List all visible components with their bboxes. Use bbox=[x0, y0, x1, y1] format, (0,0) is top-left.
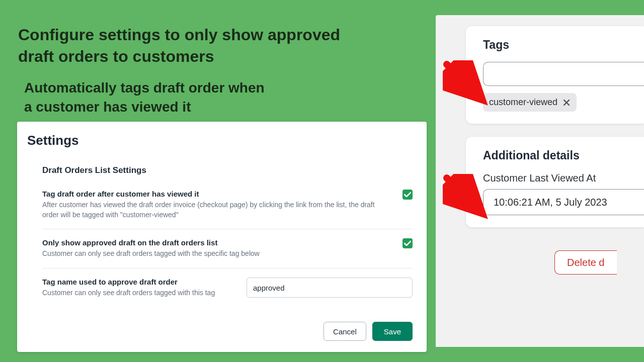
check-icon bbox=[404, 240, 411, 246]
tag-name-input[interactable]: approved bbox=[247, 278, 413, 298]
settings-buttons: Cancel Save bbox=[27, 322, 413, 341]
cancel-button[interactable]: Cancel bbox=[324, 322, 366, 341]
setting-tag-name: Tag name used to approve draft order Cus… bbox=[42, 278, 413, 307]
last-viewed-value: 10:06:21 AM, 5 July 2023 bbox=[494, 197, 607, 208]
setting-label: Tag draft order after customer has viewe… bbox=[42, 190, 389, 198]
close-icon[interactable] bbox=[562, 99, 571, 107]
tags-panel: Tags customer-viewed bbox=[466, 26, 644, 124]
setting-help: After customer has viewed the draft orde… bbox=[42, 200, 389, 220]
tag-chip-customer-viewed[interactable]: customer-viewed bbox=[483, 93, 577, 112]
settings-title: Settings bbox=[27, 133, 413, 148]
tags-input[interactable] bbox=[483, 62, 644, 86]
checkbox-tag-after-view[interactable] bbox=[403, 190, 413, 200]
chip-label: customer-viewed bbox=[489, 97, 557, 108]
tags-title: Tags bbox=[483, 38, 644, 52]
subhead-line1: Automatically tags draft order when bbox=[24, 80, 265, 96]
settings-card: Settings Draft Orders List Settings Tag … bbox=[17, 122, 427, 352]
headline-line1: Configure settings to only show approved bbox=[18, 26, 340, 44]
delete-button[interactable]: Delete d bbox=[554, 250, 617, 275]
headline-line2: draft orders to customers bbox=[18, 47, 214, 65]
subhead-line2: a customer has viewed it bbox=[24, 99, 191, 115]
details-title: Additional details bbox=[483, 149, 644, 162]
check-icon bbox=[404, 192, 411, 198]
tag-name-value: approved bbox=[253, 284, 285, 292]
last-viewed-field[interactable]: 10:06:21 AM, 5 July 2023 bbox=[483, 189, 644, 215]
setting-help: Customer can only see draft orders tagge… bbox=[42, 288, 233, 298]
checkbox-only-approved[interactable] bbox=[403, 238, 413, 248]
subhead: Automatically tags draft order when a cu… bbox=[24, 78, 265, 117]
right-column: Tags customer-viewed Additional details … bbox=[436, 15, 644, 347]
setting-only-approved: Only show approved draft on the draft or… bbox=[42, 238, 413, 268]
setting-tag-after-view: Tag draft order after customer has viewe… bbox=[42, 190, 413, 229]
setting-help: Customer can only see draft orders tagge… bbox=[42, 249, 389, 259]
section-title: Draft Orders List Settings bbox=[42, 165, 413, 175]
headline: Configure settings to only show approved… bbox=[18, 24, 340, 67]
last-viewed-label: Customer Last Viewed At bbox=[483, 172, 644, 184]
setting-label: Tag name used to approve draft order bbox=[42, 278, 233, 286]
additional-details-panel: Additional details Customer Last Viewed … bbox=[466, 137, 644, 227]
save-button[interactable]: Save bbox=[372, 322, 413, 341]
setting-label: Only show approved draft on the draft or… bbox=[42, 238, 389, 247]
